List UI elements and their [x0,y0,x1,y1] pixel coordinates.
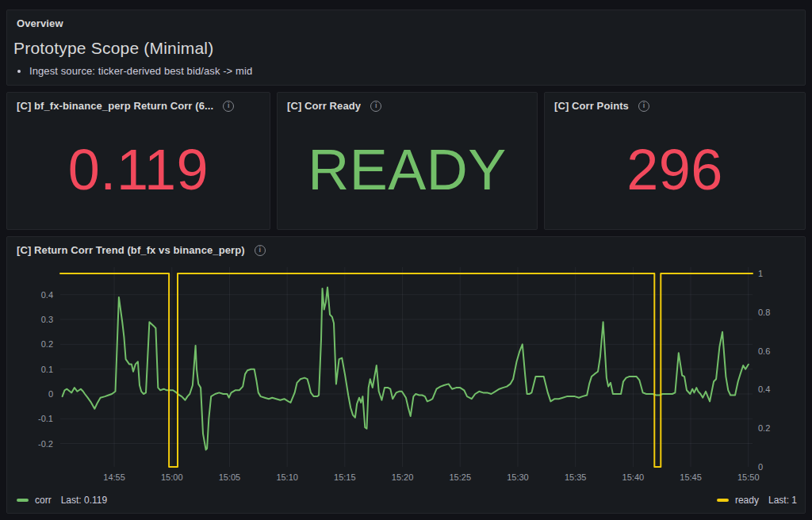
svg-text:0: 0 [758,462,763,472]
legend-value: Last: 1 [768,495,797,506]
panel-title: [C] Corr Points [554,100,629,112]
svg-text:-0.2: -0.2 [38,439,53,449]
legend-label: corr [35,495,52,506]
svg-text:0.8: 0.8 [758,308,770,317]
stat-panel-return-corr: [C] bf_fx-binance_perp Return Corr (6...… [6,92,270,230]
bullet-item: Ingest source: ticker-derived best bid/a… [29,65,805,77]
info-icon[interactable] [370,101,381,112]
svg-text:0: 0 [48,389,53,399]
svg-text:15:05: 15:05 [219,472,241,482]
svg-text:15:45: 15:45 [680,472,702,482]
legend-swatch-corr [17,499,29,502]
legend-swatch-ready [717,499,729,502]
legend-value: Last: 0.119 [61,495,108,506]
trend-chart[interactable]: 0.40.30.20.10-0.1-0.210.80.60.40.2014:55… [7,261,805,514]
svg-text:0.2: 0.2 [41,339,53,349]
svg-text:15:50: 15:50 [737,472,760,482]
svg-text:1: 1 [758,269,763,278]
svg-text:0.4: 0.4 [41,290,53,300]
svg-text:15:40: 15:40 [622,472,645,482]
svg-text:15:35: 15:35 [565,472,587,482]
text-heading: Prototype Scope (Minimal) [7,32,805,58]
info-icon[interactable] [638,101,649,112]
stat-panel-corr-ready: [C] Corr Ready READY [277,92,538,230]
legend-item-corr[interactable]: corr Last: 0.119 [17,495,107,506]
svg-text:15:15: 15:15 [334,472,356,482]
info-icon[interactable] [223,101,234,112]
svg-text:15:25: 15:25 [449,472,471,482]
svg-text:0.1: 0.1 [41,365,53,374]
legend: corr Last: 0.119 ready Last: 1 [17,493,797,507]
svg-text:0.3: 0.3 [41,315,53,324]
panel-title: [C] Return Corr Trend (bf_fx vs binance_… [17,244,245,256]
bullet-list: Ingest source: ticker-derived best bid/a… [29,65,805,77]
legend-label: ready [735,495,759,506]
panel-title: [C] Corr Ready [287,100,361,112]
panel-title: Overview [17,17,63,29]
svg-text:0.4: 0.4 [758,384,770,394]
svg-text:15:30: 15:30 [507,472,529,482]
svg-text:0.6: 0.6 [758,346,770,356]
stat-value: 296 [545,117,805,223]
stat-value: 0.119 [7,117,270,223]
trend-panel: [C] Return Corr Trend (bf_fx vs binance_… [6,236,806,514]
svg-text:-0.1: -0.1 [38,414,53,423]
panel-title: [C] bf_fx-binance_perp Return Corr (6... [17,100,213,112]
stat-value: READY [278,117,537,223]
svg-text:14:55: 14:55 [103,472,125,482]
legend-item-ready[interactable]: ready Last: 1 [717,495,797,506]
svg-text:0.2: 0.2 [758,423,770,433]
svg-text:15:20: 15:20 [392,472,414,482]
stat-panel-corr-points: [C] Corr Points 296 [544,92,806,230]
info-icon[interactable] [255,245,266,256]
svg-text:15:00: 15:00 [161,472,183,482]
overview-panel: Overview Prototype Scope (Minimal) Inges… [6,10,806,86]
svg-text:15:10: 15:10 [276,472,298,482]
